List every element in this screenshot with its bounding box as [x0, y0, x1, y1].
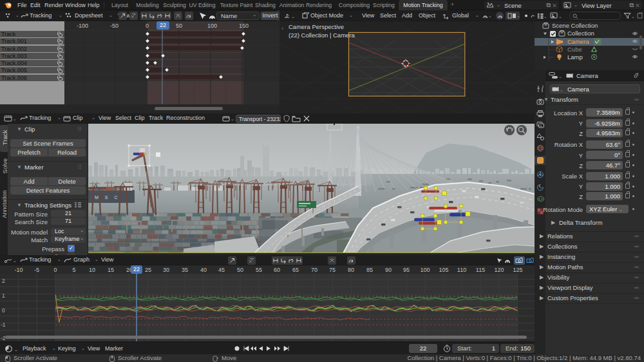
svg-text:M S C: M S C	[95, 195, 120, 200]
svg-text:⌄: ⌄	[291, 14, 295, 19]
svg-text:Camera Perspective: Camera Perspective	[289, 23, 344, 30]
svg-text:⌄: ⌄	[13, 117, 17, 121]
svg-text:Collection: Collection	[567, 30, 594, 37]
svg-text:Lamp: Lamp	[567, 53, 583, 61]
svg-text:⌄: ⌄	[558, 74, 562, 79]
svg-text:⌄: ⌄	[544, 14, 546, 19]
svg-text:⌄: ⌄	[14, 347, 18, 352]
svg-text:⌄: ⌄	[488, 14, 492, 18]
svg-text:Cube: Cube	[567, 46, 582, 53]
svg-text:⌄: ⌄	[560, 88, 564, 92]
svg-text:1: 1	[2, 292, 5, 299]
svg-text:Scene Collection: Scene Collection	[552, 22, 598, 29]
svg-text:-1: -1	[1, 321, 6, 328]
svg-text:Camera: Camera	[567, 38, 590, 45]
svg-text:-2: -2	[1, 335, 6, 341]
svg-text:0: 0	[2, 307, 5, 314]
svg-text:⌄: ⌄	[558, 14, 562, 19]
svg-text:⌄: ⌄	[631, 14, 635, 19]
svg-text:2: 2	[2, 278, 5, 284]
svg-text:⌄: ⌄	[516, 14, 520, 18]
svg-text:›: ›	[281, 25, 283, 32]
svg-text:⌄: ⌄	[231, 117, 234, 121]
svg-text:(22) Collection | Camera: (22) Collection | Camera	[289, 32, 355, 39]
svg-text:⌄: ⌄	[13, 258, 17, 263]
